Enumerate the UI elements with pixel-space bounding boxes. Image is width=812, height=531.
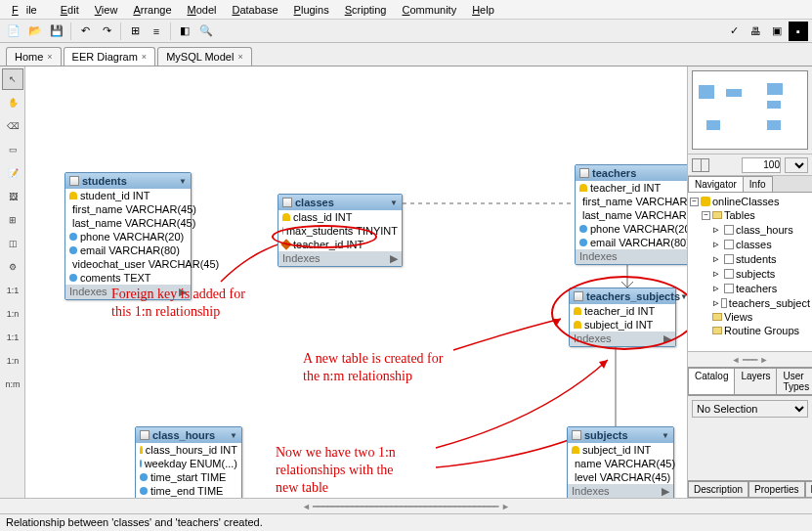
table-class-hours[interactable]: class_hours▼ class_hours_id INT weekday …	[135, 426, 242, 498]
menu-file[interactable]: File	[4, 2, 53, 17]
annotation-text: A new table is created for the n:m relat…	[303, 350, 443, 385]
tb-save-icon[interactable]: 💾	[47, 22, 66, 41]
menu-community[interactable]: Community	[395, 2, 465, 17]
sidebar-tab-navigator[interactable]: Navigator	[688, 176, 744, 192]
routine-tool-icon[interactable]: ⚙	[2, 256, 23, 278]
annotation-text: Foreign key is added for this 1:n relati…	[111, 286, 245, 321]
hand-tool-icon[interactable]: ✋	[2, 92, 23, 113]
tb-open-icon[interactable]: 📂	[25, 22, 45, 41]
rel-11-id-icon[interactable]: 1:1	[2, 327, 23, 348]
eraser-tool-icon[interactable]: ⌫	[2, 115, 23, 137]
table-icon	[724, 269, 734, 279]
note-tool-icon[interactable]: 📝	[2, 162, 23, 184]
zoom-select[interactable]	[785, 157, 808, 173]
tab-mysql-model[interactable]: MySQL Model×	[157, 47, 252, 66]
close-icon[interactable]: ×	[142, 52, 147, 62]
sidebar-tab-info[interactable]: Info	[743, 176, 773, 192]
catalog-tab-layers[interactable]: Layers	[734, 368, 777, 394]
menu-view[interactable]: View	[87, 2, 126, 17]
table-icon	[724, 225, 734, 235]
table-icon	[721, 298, 727, 308]
menu-database[interactable]: Database	[224, 2, 285, 17]
zoom-input[interactable]	[742, 157, 781, 173]
pointer-tool-icon[interactable]: ↖	[2, 68, 23, 90]
diagram-toolbox: ↖ ✋ ⌫ ▭ 📝 🖼 ⊞ ◫ ⚙ 1:1 1:n 1:1 1:n n:m	[0, 66, 25, 498]
table-subjects[interactable]: subjects▼ subject_id INT name VARCHAR(45…	[567, 426, 674, 498]
catalog-tab-catalog[interactable]: Catalog	[688, 368, 735, 394]
layer-tool-icon[interactable]: ▭	[2, 139, 23, 160]
table-icon	[724, 254, 734, 264]
close-icon[interactable]: ×	[237, 52, 242, 62]
main-toolbar: 📄 📂 💾 ↶ ↷ ⊞ ≡ ◧ 🔍 ✓ 🖶 ▣ ▪	[0, 20, 812, 43]
diagram-overview[interactable]	[688, 66, 812, 155]
view-tool-icon[interactable]: ◫	[2, 233, 23, 254]
canvas-scrollbar[interactable]: ◄ ━━━━━━━━━━━━━━━━━━━━━━━━━━━━━━━━━━━━━━…	[0, 498, 812, 513]
tb-validate-icon[interactable]: ✓	[724, 22, 744, 41]
folder-icon	[712, 313, 722, 321]
table-teachers[interactable]: teachers▼ teacher_id INT first_name VARC…	[575, 164, 687, 265]
folder-icon	[712, 327, 722, 334]
table-classes[interactable]: classes▼ class_id INT max_students TINYI…	[278, 194, 403, 267]
table-teachers-subjects[interactable]: teachers_subjects▼ teacher_id INT subjec…	[569, 288, 676, 347]
tb-redo-icon[interactable]: ↷	[97, 22, 116, 41]
table-icon	[724, 284, 734, 293]
database-icon	[701, 197, 710, 206]
tb-print-icon[interactable]: 🖶	[746, 22, 765, 41]
rel-1n-nonid-icon[interactable]: 1:n	[2, 303, 23, 325]
bottom-tab-history[interactable]: History	[805, 481, 812, 498]
side-panel: Navigator Info −onlineClasses −Tables ▹c…	[687, 66, 812, 498]
tb-terminal-icon[interactable]: ▪	[789, 22, 808, 41]
menu-model[interactable]: Model	[180, 2, 225, 17]
bottom-tab-description[interactable]: Description	[688, 481, 748, 498]
menu-edit[interactable]: Edit	[53, 2, 87, 17]
properties-panel: No Selection	[688, 395, 812, 480]
close-icon[interactable]: ×	[47, 52, 52, 62]
menu-plugins[interactable]: Plugins	[286, 2, 337, 17]
tb-align-icon[interactable]: ≡	[147, 22, 166, 41]
document-tabs: Home× EER Diagram× MySQL Model×	[0, 43, 812, 66]
table-tool-icon[interactable]: ⊞	[2, 209, 23, 231]
schema-tree[interactable]: −onlineClasses −Tables ▹class_hours ▹cla…	[688, 193, 812, 351]
annotation-text: Now we have two 1:n relationships with t…	[276, 444, 396, 498]
rel-11-nonid-icon[interactable]: 1:1	[2, 280, 23, 301]
selection-dropdown[interactable]: No Selection	[692, 400, 808, 418]
tb-export-icon[interactable]: ▣	[767, 22, 787, 41]
rel-1n-id-icon[interactable]: 1:n	[2, 350, 23, 372]
diagram-canvas[interactable]: students▼ student_id INT first_name VARC…	[25, 66, 687, 498]
tb-grid-icon[interactable]: ⊞	[125, 22, 145, 41]
menu-arrange[interactable]: Arrange	[125, 2, 179, 17]
tree-scrollbar[interactable]: ◄ ━━━ ►	[688, 351, 812, 367]
folder-icon	[712, 211, 722, 219]
menu-scripting[interactable]: Scripting	[337, 2, 395, 17]
tb-undo-icon[interactable]: ↶	[75, 22, 95, 41]
catalog-tab-usertypes[interactable]: User Types	[776, 368, 812, 394]
tab-home[interactable]: Home×	[6, 47, 62, 66]
table-students[interactable]: students▼ student_id INT first_name VARC…	[64, 172, 192, 300]
bottom-tab-properties[interactable]: Properties	[748, 481, 805, 498]
tb-model-icon[interactable]: ◧	[175, 22, 194, 41]
status-bar: Relationship between 'classes' and 'teac…	[0, 513, 812, 531]
tab-eer-diagram[interactable]: EER Diagram×	[64, 47, 156, 66]
menu-help[interactable]: Help	[464, 2, 502, 17]
table-icon	[724, 240, 734, 249]
menu-bar: File Edit View Arrange Model Database Pl…	[0, 0, 812, 20]
zoom-controls	[688, 155, 812, 176]
image-tool-icon[interactable]: 🖼	[2, 186, 23, 207]
tb-search-icon[interactable]: 🔍	[196, 22, 216, 41]
rel-nm-icon[interactable]: n:m	[2, 374, 23, 395]
tb-new-icon[interactable]: 📄	[4, 22, 23, 41]
